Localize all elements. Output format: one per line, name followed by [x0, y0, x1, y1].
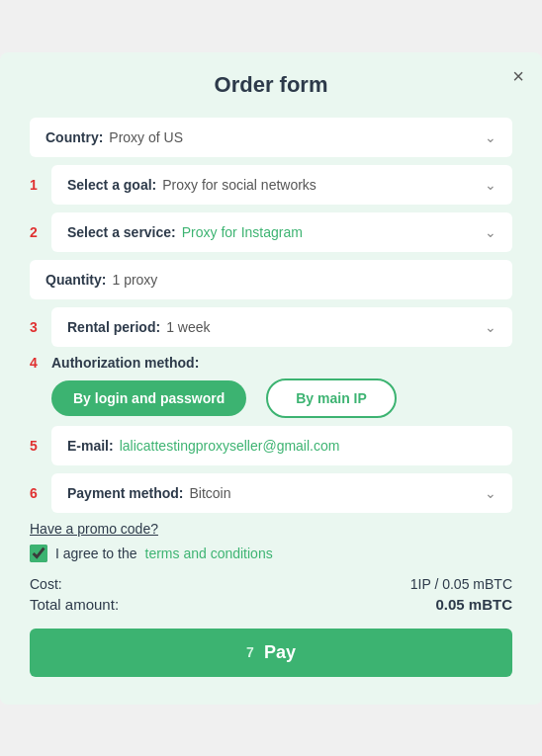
close-button[interactable]: ×	[512, 66, 524, 86]
pay-step-number: 7	[246, 644, 254, 660]
step3-select[interactable]: Rental period: 1 week ⌄	[51, 307, 512, 347]
terms-link[interactable]: terms and conditions	[145, 546, 273, 561]
cost-value: 1IP / 0.05 mBTC	[410, 576, 512, 592]
step1-number: 1	[30, 177, 44, 193]
country-row[interactable]: Country: Proxy of US ⌄	[30, 118, 512, 157]
agree-checkbox[interactable]	[30, 545, 47, 562]
step5-email: E-mail: lalicattestingproxyseller@gmail.…	[51, 426, 512, 465]
agree-row: I agree to the terms and conditions	[30, 545, 512, 562]
step6-row: 6 Payment method: Bitcoin ⌄	[30, 473, 512, 513]
step3-number: 3	[30, 319, 44, 335]
step3-row: 3 Rental period: 1 week ⌄	[30, 307, 512, 347]
chevron-down-icon: ⌄	[485, 485, 497, 501]
step2-label: Select a service:	[67, 224, 176, 240]
step1-value: Proxy for social networks	[162, 177, 316, 193]
quantity-value: 1 proxy	[112, 272, 157, 288]
step5-label: E-mail:	[67, 438, 114, 454]
step6-label: Payment method:	[67, 485, 183, 501]
modal-header: Order form	[30, 72, 512, 98]
auth-section: 4 Authorization method: By login and pas…	[30, 355, 512, 418]
step4-number: 4	[30, 355, 44, 371]
step1-select[interactable]: Select a goal: Proxy for social networks…	[51, 165, 512, 205]
step2-row: 2 Select a service: Proxy for Instagram …	[30, 212, 512, 252]
country-label: Country:	[45, 129, 103, 145]
chevron-down-icon: ⌄	[485, 319, 497, 335]
step2-number: 2	[30, 224, 44, 240]
step2-select[interactable]: Select a service: Proxy for Instagram ⌄	[51, 212, 512, 252]
promo-code-link[interactable]: Have a promo code?	[30, 521, 512, 537]
agree-text: I agree to the	[55, 546, 137, 561]
total-label: Total amount:	[30, 596, 119, 613]
cost-row: Cost: 1IP / 0.05 mBTC	[30, 576, 512, 592]
step5-row: 5 E-mail: lalicattestingproxyseller@gmai…	[30, 426, 512, 465]
order-form-modal: Order form × Country: Proxy of US ⌄ 1 Se…	[0, 52, 542, 705]
step2-value: Proxy for Instagram	[182, 224, 303, 240]
total-value: 0.05 mBTC	[435, 596, 512, 613]
step3-label: Rental period:	[67, 319, 160, 335]
auth-buttons: By login and password By main IP	[30, 378, 512, 418]
step6-value: Bitcoin	[189, 485, 230, 501]
total-row: Total amount: 0.05 mBTC	[30, 596, 512, 613]
step1-row: 1 Select a goal: Proxy for social networ…	[30, 165, 512, 205]
auth-header: 4 Authorization method:	[30, 355, 512, 371]
chevron-down-icon: ⌄	[485, 177, 497, 193]
quantity-label: Quantity:	[45, 272, 106, 288]
modal-title: Order form	[215, 72, 328, 97]
country-value: Proxy of US	[109, 129, 183, 145]
chevron-down-icon: ⌄	[485, 224, 497, 240]
step6-number: 6	[30, 485, 44, 501]
chevron-down-icon: ⌄	[485, 129, 497, 145]
step1-label: Select a goal:	[67, 177, 156, 193]
step6-select[interactable]: Payment method: Bitcoin ⌄	[51, 473, 512, 513]
pay-label: Pay	[264, 642, 296, 663]
step4-label: Authorization method:	[51, 355, 199, 371]
cost-label: Cost:	[30, 576, 62, 592]
main-ip-button[interactable]: By main IP	[266, 378, 397, 418]
step3-value: 1 week	[166, 319, 210, 335]
login-password-button[interactable]: By login and password	[51, 380, 246, 416]
pay-button[interactable]: 7 Pay	[30, 629, 512, 677]
quantity-row: Quantity: 1 proxy	[30, 260, 512, 299]
step5-value: lalicattestingproxyseller@gmail.com	[120, 438, 340, 454]
step5-number: 5	[30, 438, 44, 454]
